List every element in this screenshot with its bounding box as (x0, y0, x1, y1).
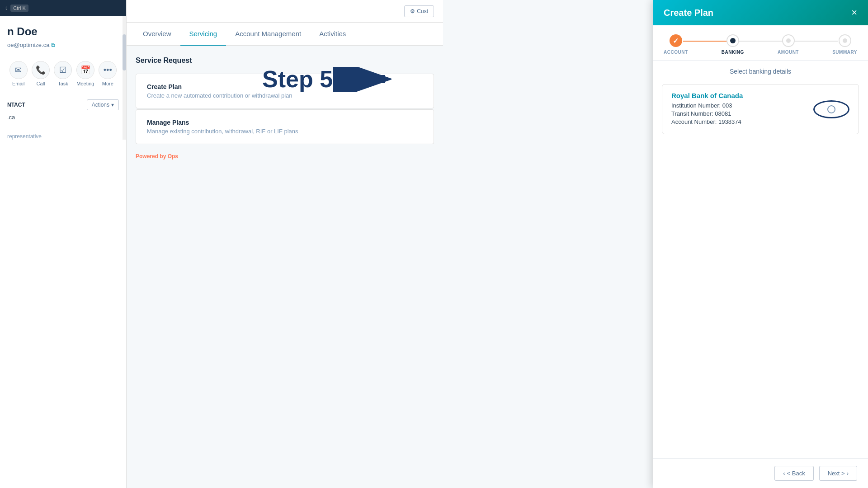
step-amount: AMOUNT (778, 34, 799, 55)
panel-content: Royal Bank of Canada Institution Number:… (653, 80, 868, 458)
create-plan-panel: Create Plan × ✓ ACCOUNT BANKING (653, 0, 868, 488)
rep-label: representative (0, 133, 126, 140)
sidebar: t Ctrl K n Doe oe@optimize.ca ⧉ ✉ Email … (0, 0, 127, 488)
task-icon: ☑ (54, 61, 72, 79)
tab-servicing[interactable]: Servicing (180, 23, 226, 46)
step-summary-circle (839, 34, 851, 47)
panel-subtitle: Select banking details (653, 61, 868, 80)
manage-plans-card[interactable]: Manage Plans Manage existing contributio… (136, 109, 434, 144)
close-button[interactable]: × (851, 8, 857, 18)
powered-by: Powered by Ops (136, 153, 434, 160)
email-icon: ✉ (9, 61, 28, 79)
chevron-right-icon: › (847, 470, 849, 477)
task-label: Task (58, 81, 68, 86)
more-label: More (102, 81, 113, 86)
manage-plans-title: Manage Plans (147, 119, 423, 126)
main-top-bar: ⚙ Cust (127, 0, 443, 23)
call-label: Call (37, 81, 45, 86)
step-banking-label: BANKING (722, 50, 744, 55)
chevron-left-icon: ‹ (783, 470, 785, 477)
step-account-label: ACCOUNT (664, 50, 688, 55)
scrollbar-track[interactable] (123, 16, 126, 140)
email-action[interactable]: ✉ Email (9, 61, 28, 86)
meeting-icon: 📅 (76, 61, 94, 79)
service-request-title: Service Request (136, 56, 434, 65)
step-summary-label: SUMMARY (832, 50, 857, 55)
contact-section-title: ntact Actions ▾ (7, 99, 119, 110)
bank-institution: Institution Number: 003 (671, 102, 743, 109)
tabs-bar: Overview Servicing Account Management Ac… (127, 23, 443, 46)
contact-section: ntact Actions ▾ .ca (0, 92, 126, 133)
bank-name: Royal Bank of Canada (671, 92, 743, 99)
call-action[interactable]: 📞 Call (32, 61, 50, 86)
call-icon: 📞 (32, 61, 50, 79)
bank-transit: Transit Number: 08081 (671, 110, 743, 117)
contact-header: n Doe (0, 16, 126, 42)
stepper: ✓ ACCOUNT BANKING AMOUNT (653, 25, 868, 61)
contact-email-row: oe@optimize.ca ⧉ (0, 42, 126, 48)
meeting-action[interactable]: 📅 Meeting (76, 61, 94, 86)
create-plan-desc: Create a new automated contribution or w… (147, 92, 423, 99)
more-action[interactable]: ••• More (99, 61, 117, 86)
stepper-steps: ✓ ACCOUNT BANKING AMOUNT (664, 34, 857, 55)
contact-name: n Doe (7, 25, 38, 38)
radio-inner-circle (827, 105, 835, 113)
create-plan-title: Create Plan (147, 83, 423, 90)
step-amount-label: AMOUNT (778, 50, 799, 55)
panel-title: Create Plan (664, 8, 713, 18)
step-amount-circle (782, 34, 795, 47)
email-label: Email (12, 81, 25, 86)
contact-email-text: oe@optimize.ca (7, 42, 49, 48)
search-text: t (5, 5, 7, 11)
create-plan-card[interactable]: Create Plan Create a new automated contr… (136, 74, 434, 108)
step-account: ✓ ACCOUNT (664, 34, 688, 55)
meeting-label: Meeting (76, 81, 94, 86)
service-request-area: Service Request Create Plan Create a new… (127, 46, 443, 170)
panel-footer: ‹ < Back Next > › (653, 458, 868, 488)
more-icon: ••• (99, 61, 117, 79)
step-banking-circle (726, 34, 739, 47)
tab-activities[interactable]: Activities (310, 23, 355, 46)
action-icons-bar: ✉ Email 📞 Call ☑ Task 📅 Meeting ••• More (0, 56, 126, 92)
top-search-bar[interactable]: t Ctrl K (0, 0, 126, 16)
bank-account: Account Number: 1938374 (671, 118, 743, 125)
scrollbar-thumb[interactable] (123, 34, 126, 70)
bank-radio-selector[interactable] (813, 100, 849, 118)
chevron-down-icon: ▾ (111, 102, 114, 108)
bank-card-rbc[interactable]: Royal Bank of Canada Institution Number:… (662, 84, 859, 134)
bank-info: Royal Bank of Canada Institution Number:… (671, 92, 743, 127)
next-button[interactable]: Next > › (819, 466, 857, 481)
manage-plans-desc: Manage existing contribution, withdrawal… (147, 128, 423, 135)
keyboard-shortcut: Ctrl K (10, 5, 28, 12)
back-button[interactable]: ‹ < Back (774, 466, 813, 481)
customize-button[interactable]: ⚙ Cust (404, 5, 434, 17)
panel-header: Create Plan × (653, 0, 868, 25)
task-action[interactable]: ☑ Task (54, 61, 72, 86)
main-content: ⚙ Cust Overview Servicing Account Manage… (127, 0, 443, 488)
tab-overview[interactable]: Overview (134, 23, 180, 46)
contact-actions-button[interactable]: Actions ▾ (87, 99, 119, 110)
tab-account-management[interactable]: Account Management (226, 23, 310, 46)
gear-icon: ⚙ (410, 8, 415, 14)
step-summary: SUMMARY (832, 34, 857, 55)
step-banking: BANKING (722, 34, 744, 55)
step-account-circle: ✓ (670, 34, 682, 47)
sidebar-field-url: .ca (7, 114, 119, 121)
copy-email-icon[interactable]: ⧉ (51, 42, 55, 48)
